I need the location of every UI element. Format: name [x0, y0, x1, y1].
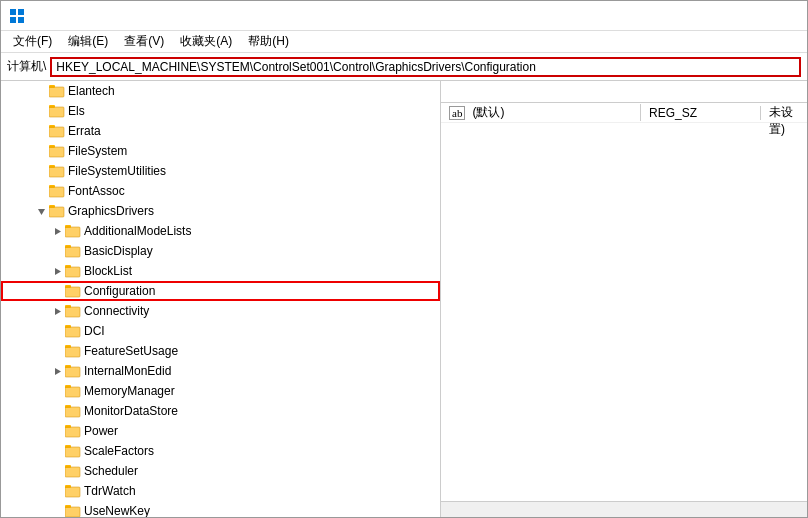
expand-icon-monitordatastore[interactable]	[49, 403, 65, 419]
title-bar	[1, 1, 807, 31]
tree-item-label-usenewkey: UseNewKey	[84, 504, 150, 517]
tree-item-configuration[interactable]: Configuration	[1, 281, 440, 301]
tree-item-internalmonedid[interactable]: InternalMonEdid	[1, 361, 440, 381]
tree-item-label-filesystemutilities: FileSystemUtilities	[68, 164, 166, 178]
menu-item-a[interactable]: 收藏夹(A)	[172, 31, 240, 52]
expand-icon-basicdisplay[interactable]	[49, 243, 65, 259]
expand-icon-blocklist[interactable]	[49, 263, 65, 279]
svg-rect-3	[18, 17, 24, 23]
expand-icon-filesystemutilities[interactable]	[33, 163, 49, 179]
tree-item-monitordatastore[interactable]: MonitorDataStore	[1, 401, 440, 421]
cell-name-text: (默认)	[472, 104, 504, 121]
minimize-button[interactable]	[657, 1, 703, 31]
expand-icon-graphicsdrivers[interactable]	[33, 203, 49, 219]
folder-icon-elantech	[49, 84, 65, 98]
tree-item-label-power: Power	[84, 424, 118, 438]
tree-item-graphicsdrivers[interactable]: GraphicsDrivers	[1, 201, 440, 221]
svg-rect-36	[65, 225, 71, 228]
tree-item-label-elantech: Elantech	[68, 84, 115, 98]
tree-item-featuresetusage[interactable]: FeatureSetUsage	[1, 341, 440, 361]
tree-panel[interactable]: Elantech Els Errata FileSystem FileSyste…	[1, 81, 441, 517]
horizontal-scrollbar[interactable]	[441, 501, 807, 517]
folder-icon-scheduler	[65, 464, 81, 478]
svg-rect-62	[65, 345, 71, 348]
folder-icon-errata	[49, 124, 65, 138]
tree-item-elantech[interactable]: Elantech	[1, 81, 440, 101]
registry-table: ab(默认)REG_SZ(数值未设置)	[441, 103, 807, 501]
tree-item-connectivity[interactable]: Connectivity	[1, 301, 440, 321]
address-input[interactable]	[50, 57, 801, 77]
tree-item-filesystemutilities[interactable]: FileSystemUtilities	[1, 161, 440, 181]
expand-icon-connectivity[interactable]	[49, 303, 65, 319]
cell-name: ab(默认)	[441, 104, 641, 121]
table-header	[441, 81, 807, 103]
svg-marker-51	[55, 308, 61, 315]
svg-rect-75	[65, 405, 71, 408]
tree-item-label-additionalmodelists: AdditionalModeLists	[84, 224, 191, 238]
menu-bar: 文件(F)编辑(E)查看(V)收藏夹(A)帮助(H)	[1, 31, 807, 53]
tree-item-fontassoc[interactable]: FontAssoc	[1, 181, 440, 201]
address-prefix: 计算机\	[7, 58, 46, 75]
close-button[interactable]	[753, 1, 799, 31]
table-row[interactable]: ab(默认)REG_SZ(数值未设置)	[441, 103, 807, 123]
expand-icon-dci[interactable]	[49, 323, 65, 339]
tree-item-filesystem[interactable]: FileSystem	[1, 141, 440, 161]
expand-icon-configuration[interactable]	[49, 283, 65, 299]
menu-item-e[interactable]: 编辑(E)	[60, 31, 116, 52]
expand-icon-elantech[interactable]	[33, 83, 49, 99]
menu-item-f[interactable]: 文件(F)	[5, 31, 60, 52]
folder-icon-filesystemutilities	[49, 164, 65, 178]
folder-icon-monitordatastore	[65, 404, 81, 418]
svg-rect-71	[65, 385, 71, 388]
expand-icon-errata[interactable]	[33, 123, 49, 139]
expand-icon-power[interactable]	[49, 423, 65, 439]
svg-rect-83	[65, 445, 71, 448]
tree-item-label-featuresetusage: FeatureSetUsage	[84, 344, 178, 358]
tree-item-dci[interactable]: DCI	[1, 321, 440, 341]
svg-rect-14	[49, 125, 55, 128]
expand-icon-tdrwatch[interactable]	[49, 483, 65, 499]
menu-item-v[interactable]: 查看(V)	[116, 31, 172, 52]
tree-item-scheduler[interactable]: Scheduler	[1, 461, 440, 481]
expand-icon-scheduler[interactable]	[49, 463, 65, 479]
folder-icon-power	[65, 424, 81, 438]
expand-icon-additionalmodelists[interactable]	[49, 223, 65, 239]
tree-item-label-fontassoc: FontAssoc	[68, 184, 125, 198]
svg-marker-64	[55, 368, 61, 375]
tree-item-power[interactable]: Power	[1, 421, 440, 441]
folder-icon-scalefactors	[65, 444, 81, 458]
expand-icon-els[interactable]	[33, 103, 49, 119]
tree-item-tdrwatch[interactable]: TdrWatch	[1, 481, 440, 501]
tree-item-errata[interactable]: Errata	[1, 121, 440, 141]
tree-item-els[interactable]: Els	[1, 101, 440, 121]
expand-icon-memorymanager[interactable]	[49, 383, 65, 399]
maximize-button[interactable]	[705, 1, 751, 31]
registry-editor-window: 文件(F)编辑(E)查看(V)收藏夹(A)帮助(H) 计算机\ Elantech…	[0, 0, 808, 518]
tree-item-basicdisplay[interactable]: BasicDisplay	[1, 241, 440, 261]
expand-icon-fontassoc[interactable]	[33, 183, 49, 199]
svg-rect-40	[65, 245, 71, 248]
right-panel: ab(默认)REG_SZ(数值未设置)	[441, 81, 807, 517]
folder-icon-filesystem	[49, 144, 65, 158]
tree-item-label-scalefactors: ScaleFactors	[84, 444, 154, 458]
expand-icon-usenewkey[interactable]	[49, 503, 65, 517]
expand-icon-featuresetusage[interactable]	[49, 343, 65, 359]
address-bar: 计算机\	[1, 53, 807, 81]
svg-rect-0	[10, 9, 16, 15]
svg-rect-54	[65, 305, 71, 308]
main-content: Elantech Els Errata FileSystem FileSyste…	[1, 81, 807, 517]
expand-icon-filesystem[interactable]	[33, 143, 49, 159]
expand-icon-internalmonedid[interactable]	[49, 363, 65, 379]
tree-item-scalefactors[interactable]: ScaleFactors	[1, 441, 440, 461]
folder-icon-basicdisplay	[65, 244, 81, 258]
expand-icon-scalefactors[interactable]	[49, 443, 65, 459]
folder-icon-additionalmodelists	[65, 224, 81, 238]
tree-item-usenewkey[interactable]: UseNewKey	[1, 501, 440, 517]
tree-item-additionalmodelists[interactable]: AdditionalModeLists	[1, 221, 440, 241]
folder-icon-configuration	[65, 284, 81, 298]
tree-item-blocklist[interactable]: BlockList	[1, 261, 440, 281]
tree-item-label-dci: DCI	[84, 324, 105, 338]
tree-item-label-filesystem: FileSystem	[68, 144, 127, 158]
tree-item-memorymanager[interactable]: MemoryManager	[1, 381, 440, 401]
menu-item-h[interactable]: 帮助(H)	[240, 31, 297, 52]
